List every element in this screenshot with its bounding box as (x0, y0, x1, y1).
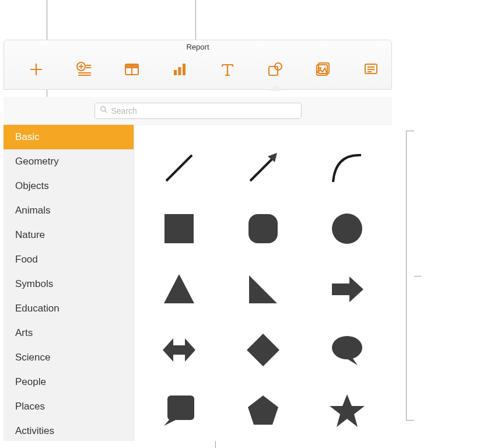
text-button[interactable] (218, 59, 237, 82)
shape-diamond[interactable] (243, 330, 284, 370)
table-icon (124, 61, 140, 80)
search-input[interactable]: Search (94, 103, 302, 119)
svg-rect-5 (183, 64, 186, 75)
toolbar (4, 54, 391, 87)
comment-button[interactable] (362, 59, 380, 82)
svg-point-16 (332, 336, 362, 359)
add-list-button[interactable] (75, 59, 93, 82)
shape-button[interactable] (266, 59, 285, 82)
sidebar-item-geometry[interactable]: Geometry (4, 149, 134, 174)
sidebar-item-label: Geometry (15, 156, 59, 167)
search-bar: Search (4, 97, 392, 125)
add-icon (28, 61, 44, 80)
sidebar-item-basic[interactable]: Basic (4, 125, 134, 149)
shape-arrow-line[interactable] (243, 148, 284, 188)
callout-bracket (406, 131, 414, 421)
shape-right-arrow[interactable] (327, 269, 368, 310)
sidebar-item-label: People (15, 376, 46, 388)
shape-line[interactable] (159, 148, 200, 188)
sidebar-item-label: Places (15, 401, 45, 412)
sidebar-item-symbols[interactable]: Symbols (4, 272, 134, 296)
table-button[interactable] (123, 59, 141, 82)
shape-pentagon[interactable] (243, 390, 284, 431)
shape-circle[interactable] (327, 208, 368, 249)
svg-rect-17 (167, 396, 194, 420)
svg-rect-13 (164, 214, 194, 243)
sidebar-item-label: Activities (15, 425, 54, 437)
shape-callout-left[interactable] (159, 390, 200, 431)
category-sidebar: Basic Geometry Objects Animals Nature Fo… (4, 125, 134, 441)
svg-point-12 (100, 107, 105, 111)
svg-rect-3 (174, 70, 177, 75)
sidebar-item-label: Basic (15, 131, 40, 143)
svg-rect-14 (249, 214, 278, 243)
sidebar-item-label: Animals (15, 205, 50, 216)
sidebar-item-label: Education (15, 303, 60, 314)
window-title: Report (4, 40, 391, 54)
shape-curve[interactable] (327, 148, 368, 188)
svg-point-15 (332, 214, 362, 244)
app-window: Report (4, 40, 392, 90)
svg-rect-2 (125, 64, 138, 68)
sidebar-item-label: Symbols (15, 278, 53, 290)
sidebar-item-activities[interactable]: Activities (4, 419, 134, 441)
svg-point-10 (319, 67, 321, 69)
text-icon (219, 61, 236, 80)
add-list-icon (76, 61, 92, 80)
shapes-grid (134, 125, 392, 441)
media-button[interactable] (314, 59, 332, 82)
sidebar-item-people[interactable]: People (4, 370, 134, 394)
svg-rect-4 (178, 67, 181, 75)
search-placeholder: Search (111, 106, 137, 116)
sidebar-item-food[interactable]: Food (4, 247, 134, 272)
sidebar-item-label: Objects (15, 180, 49, 192)
sidebar-item-label: Nature (15, 229, 45, 241)
shape-right-triangle[interactable] (243, 269, 284, 310)
sidebar-item-label: Arts (15, 327, 33, 339)
sidebar-item-education[interactable]: Education (4, 296, 134, 321)
comment-icon (363, 61, 379, 80)
sidebar-item-label: Food (15, 254, 38, 265)
sidebar-item-science[interactable]: Science (4, 345, 134, 370)
media-icon (315, 61, 331, 80)
sidebar-item-objects[interactable]: Objects (4, 174, 134, 198)
shape-square[interactable] (159, 208, 200, 249)
shape-speech-bubble[interactable] (327, 330, 368, 370)
svg-rect-6 (269, 66, 278, 75)
shape-double-arrow[interactable] (159, 330, 200, 370)
shape-icon (267, 61, 284, 80)
shapes-popover: Search Basic Geometry Objects Animals Na… (4, 97, 392, 441)
chart-icon (172, 61, 188, 80)
sidebar-item-label: Science (15, 352, 50, 363)
shape-star[interactable] (327, 390, 368, 431)
sidebar-item-animals[interactable]: Animals (4, 198, 134, 223)
shape-rounded-square[interactable] (243, 208, 284, 249)
sidebar-item-arts[interactable]: Arts (4, 321, 134, 345)
search-icon (100, 106, 108, 116)
add-button[interactable] (27, 59, 46, 82)
sidebar-item-places[interactable]: Places (4, 394, 134, 419)
chart-button[interactable] (170, 59, 189, 82)
sidebar-item-nature[interactable]: Nature (4, 223, 134, 247)
shape-triangle[interactable] (159, 269, 200, 310)
